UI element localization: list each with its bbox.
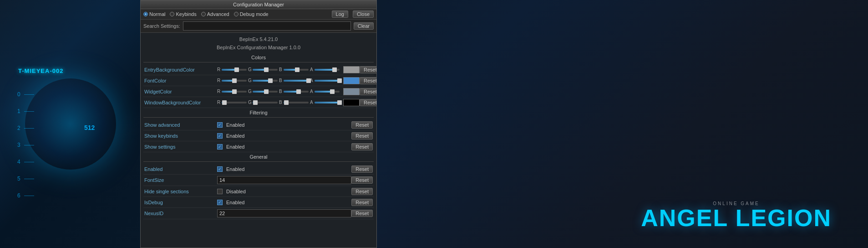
entry-bg-a-channel: A xyxy=(310,67,340,72)
config-titlebar: Configuration Manager xyxy=(141,0,376,9)
bg-value: 512 xyxy=(84,124,95,131)
general-header: General xyxy=(143,152,374,162)
entry-bg-preview xyxy=(343,66,360,73)
bg-line-0 xyxy=(24,94,34,95)
bg-num-0: 0 xyxy=(17,91,34,98)
nav-keybinds-group[interactable]: Keybinds xyxy=(170,11,196,17)
nav-debug-radio[interactable] xyxy=(234,12,239,16)
setting-show-settings: Show settings Enabled Reset xyxy=(143,141,374,152)
bg-num-4: 4 xyxy=(17,159,34,165)
nav-advanced-group[interactable]: Advanced xyxy=(201,11,229,17)
window-r-slider[interactable] xyxy=(222,102,247,103)
show-settings-checkbox[interactable] xyxy=(217,144,223,150)
enabled-checkbox[interactable] xyxy=(217,166,223,172)
nav-normal-group[interactable]: Normal xyxy=(143,11,165,17)
show-advanced-value: Enabled xyxy=(226,122,244,128)
clear-button[interactable]: Clear xyxy=(354,22,374,30)
window-b-slider[interactable] xyxy=(284,102,309,103)
enabled-label: Enabled xyxy=(144,166,217,172)
widget-r-slider[interactable] xyxy=(222,91,247,93)
hide-single-reset[interactable]: Reset xyxy=(351,188,373,195)
font-color-preview xyxy=(343,77,360,84)
config-nav: Normal Keybinds Advanced Debug mode Log … xyxy=(141,9,376,20)
is-debug-control: Enabled xyxy=(217,200,351,205)
background-left: T-MIEYEA-002 0 1 2 3 4 5 6 512 xyxy=(0,0,141,248)
is-debug-value: Enabled xyxy=(226,200,244,205)
widget-color-control: R G xyxy=(217,88,360,95)
show-keybinds-reset[interactable]: Reset xyxy=(351,132,373,140)
font-size-reset[interactable]: Reset xyxy=(351,176,373,184)
bg-num-6: 6 xyxy=(17,192,34,199)
setting-widget-color: WidgetColor R G xyxy=(143,86,374,97)
nav-normal-label[interactable]: Normal xyxy=(149,11,165,17)
show-keybinds-label: Show keybinds xyxy=(144,133,217,139)
entry-bg-r-slider[interactable] xyxy=(222,69,247,71)
widget-color-reset-button[interactable]: Reset xyxy=(360,88,376,95)
enabled-reset[interactable]: Reset xyxy=(351,165,373,173)
enabled-control: Enabled xyxy=(217,166,351,172)
entry-bg-b-slider[interactable] xyxy=(284,69,309,71)
nexus-id-reset[interactable]: Reset xyxy=(351,210,373,217)
log-button[interactable]: Log xyxy=(332,10,348,18)
show-settings-reset[interactable]: Reset xyxy=(351,143,373,150)
font-a-channel: A xyxy=(310,78,340,83)
entry-bg-reset-button[interactable]: Reset xyxy=(360,66,376,73)
is-debug-checkbox[interactable] xyxy=(217,200,223,205)
show-keybinds-control: Enabled xyxy=(217,133,351,139)
bg-line-2 xyxy=(24,128,34,129)
font-size-input[interactable] xyxy=(217,176,351,184)
setting-font-size: FontSize Reset xyxy=(143,175,374,186)
window-bg-reset-button[interactable]: Reset xyxy=(360,99,376,106)
window-a-slider[interactable] xyxy=(315,102,340,103)
hide-single-checkbox[interactable] xyxy=(217,189,223,194)
window-a-channel: A xyxy=(310,100,340,105)
font-size-control xyxy=(217,176,351,184)
entry-bg-g-channel: G xyxy=(248,67,278,72)
show-advanced-checkbox[interactable] xyxy=(217,122,223,128)
show-advanced-label: Show advanced xyxy=(144,122,217,128)
is-debug-reset[interactable]: Reset xyxy=(351,199,373,206)
entry-bg-g-slider[interactable] xyxy=(253,69,278,71)
nav-keybinds-radio[interactable] xyxy=(170,12,174,16)
show-advanced-reset[interactable]: Reset xyxy=(351,121,373,129)
nav-advanced-label[interactable]: Advanced xyxy=(207,11,229,17)
enabled-value: Enabled xyxy=(226,166,244,172)
nav-debug-label[interactable]: Debug mode xyxy=(240,11,269,17)
widget-color-preview xyxy=(343,88,360,95)
font-b-slider[interactable] xyxy=(284,80,309,82)
search-input[interactable] xyxy=(183,21,351,31)
nav-debug-group[interactable]: Debug mode xyxy=(234,11,269,17)
setting-entry-bg-color: EntryBackgroundColor R G xyxy=(143,64,374,75)
bg-num-5: 5 xyxy=(17,176,34,182)
font-color-reset-button[interactable]: Reset xyxy=(360,77,376,84)
font-color-control: R G xyxy=(217,77,360,84)
hide-single-value: Disabled xyxy=(226,189,246,194)
font-a-slider[interactable] xyxy=(315,80,340,82)
entry-bg-a-slider[interactable] xyxy=(315,69,340,71)
nexus-id-label: NexusID xyxy=(144,211,217,216)
window-g-slider[interactable] xyxy=(253,102,278,103)
widget-a-slider[interactable] xyxy=(315,91,340,93)
window-bg-color-label: WindowBackgroundColor xyxy=(144,100,217,105)
font-r-slider[interactable] xyxy=(222,80,247,82)
hide-single-control: Disabled xyxy=(217,189,351,194)
font-g-slider[interactable] xyxy=(253,80,278,82)
nav-advanced-radio[interactable] xyxy=(201,12,206,16)
show-settings-value: Enabled xyxy=(226,144,244,150)
setting-hide-single: Hide single sections Disabled Reset xyxy=(143,186,374,197)
setting-is-debug: IsDebug Enabled Reset xyxy=(143,197,374,208)
nav-normal-radio[interactable] xyxy=(143,12,148,16)
show-keybinds-checkbox[interactable] xyxy=(217,133,223,139)
entry-bg-r-channel: R xyxy=(217,67,247,72)
widget-g-slider[interactable] xyxy=(253,91,278,93)
close-button[interactable]: Close xyxy=(353,10,374,18)
window-g-channel: G xyxy=(248,100,278,105)
nav-keybinds-label[interactable]: Keybinds xyxy=(176,11,196,17)
font-r-channel: R xyxy=(217,78,247,83)
manager-text: BepInEx Configuration Manager 1.0.0 xyxy=(143,44,374,53)
nexus-id-input[interactable] xyxy=(217,209,351,217)
filtering-header: Filtering xyxy=(143,108,374,118)
bg-num-3: 3 xyxy=(17,142,34,148)
config-scroll[interactable]: BepInEx 5.4.21.0 BepInEx Configuration M… xyxy=(141,33,376,248)
widget-b-slider[interactable] xyxy=(284,91,309,93)
